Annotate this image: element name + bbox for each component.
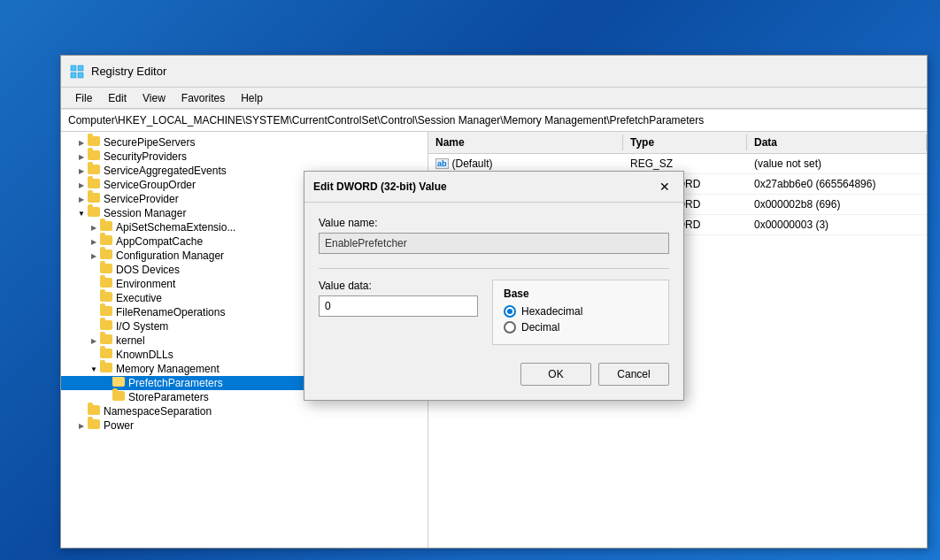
- address-bar: Computer\HKEY_LOCAL_MACHINE\SYSTEM\Curre…: [61, 109, 927, 132]
- tree-label: AppCompatCache: [116, 235, 203, 248]
- value-data-row: Value data: Base Hexadecimal Decimal: [319, 280, 669, 345]
- folder-icon: [100, 363, 112, 375]
- folder-icon: [112, 391, 125, 403]
- tree-label: ServiceGroupOrder: [104, 179, 196, 191]
- folder-icon: [88, 165, 100, 177]
- window-title: Registry Editor: [91, 65, 918, 78]
- folder-icon: [100, 249, 112, 262]
- menu-view[interactable]: View: [135, 90, 173, 106]
- chevron-icon: ▶: [75, 196, 88, 203]
- tree-label: FileRenameOperations: [116, 306, 225, 318]
- radio-hex-btn: [504, 305, 516, 318]
- folder-icon: [100, 292, 112, 304]
- tree-label: Configuration Manager: [116, 249, 224, 262]
- chevron-down-icon: ▼: [75, 210, 88, 218]
- value-data-section: Value data:: [319, 280, 478, 317]
- folder-icon: [100, 320, 112, 333]
- tree-label: PrefetchParameters: [128, 377, 223, 389]
- chevron-icon: ▶: [75, 181, 88, 189]
- svg-rect-0: [71, 65, 76, 71]
- edit-dword-dialog: Edit DWORD (32-bit) Value ✕ Value name: …: [304, 171, 684, 401]
- detail-cell-data: 0x00000003 (3): [747, 217, 927, 233]
- dialog-body: Value name: Value data: Base Hexadecimal: [304, 203, 683, 400]
- base-group: Base Hexadecimal Decimal: [492, 280, 669, 345]
- col-type: Type: [623, 134, 747, 150]
- folder-icon: [88, 150, 100, 163]
- folder-icon-selected: [112, 377, 125, 389]
- chevron-icon: ▶: [75, 422, 88, 430]
- chevron-down-icon: ▼: [88, 365, 100, 373]
- reg-value-name: (Default): [452, 157, 493, 170]
- dialog-buttons: OK Cancel: [319, 359, 669, 386]
- detail-cell-data: (value not set): [747, 156, 927, 172]
- menu-favorites[interactable]: Favorites: [174, 90, 232, 106]
- svg-rect-2: [71, 73, 76, 78]
- address-path: Computer\HKEY_LOCAL_MACHINE\SYSTEM\Curre…: [68, 114, 704, 127]
- folder-icon: [100, 235, 112, 248]
- tree-item-power[interactable]: ▶ Power: [61, 418, 428, 433]
- folder-icon: [100, 264, 112, 276]
- radio-hex-label: Hexadecimal: [521, 305, 582, 318]
- tree-label: Executive: [116, 292, 162, 304]
- detail-cell-type: REG_SZ: [623, 156, 747, 172]
- folder-icon: [100, 349, 112, 361]
- dialog-title: Edit DWORD (32-bit) Value: [313, 180, 447, 193]
- tree-label: Power: [104, 419, 134, 432]
- separator: [319, 268, 669, 269]
- radio-decimal[interactable]: Decimal: [504, 321, 658, 334]
- title-bar: Registry Editor: [61, 56, 927, 88]
- col-data: Data: [747, 134, 927, 150]
- value-data-label: Value data:: [319, 280, 478, 292]
- folder-icon: [88, 405, 100, 418]
- folder-icon: [88, 207, 100, 219]
- ok-button[interactable]: OK: [520, 363, 591, 386]
- menu-bar: File Edit View Favorites Help: [61, 88, 927, 109]
- value-data-input[interactable]: [319, 295, 478, 317]
- chevron-icon: ▶: [88, 252, 100, 260]
- tree-label: kernel: [116, 334, 145, 347]
- tree-label: ServiceProvider: [104, 193, 179, 205]
- tree-label: ServiceAggregatedEvents: [104, 165, 227, 177]
- app-icon: [70, 65, 84, 79]
- detail-cell-name: ab (Default): [428, 156, 623, 172]
- value-name-input[interactable]: [319, 233, 669, 254]
- folder-icon: [100, 334, 112, 347]
- tree-label: SecurePipeServers: [104, 136, 195, 149]
- menu-file[interactable]: File: [68, 90, 99, 106]
- dialog-title-bar: Edit DWORD (32-bit) Value ✕: [304, 172, 683, 203]
- folder-icon: [100, 221, 112, 234]
- dialog-close-button[interactable]: ✕: [655, 177, 674, 196]
- tree-label: StoreParameters: [128, 391, 209, 403]
- folder-icon: [88, 179, 100, 191]
- chevron-icon: ▶: [88, 337, 100, 345]
- tree-item-securityproviders[interactable]: ▶ SecurityProviders: [61, 150, 428, 164]
- folder-icon: [88, 193, 100, 205]
- detail-header: Name Type Data: [428, 132, 927, 154]
- menu-edit[interactable]: Edit: [101, 90, 134, 106]
- base-label: Base: [504, 288, 658, 300]
- detail-cell-data: 0x000002b8 (696): [747, 196, 927, 212]
- value-name-label: Value name:: [319, 217, 669, 229]
- chevron-icon: ▶: [88, 238, 100, 246]
- tree-label: Memory Management: [116, 363, 220, 375]
- tree-label: Environment: [116, 278, 175, 290]
- registry-editor-window: Registry Editor File Edit View Favorites…: [60, 55, 928, 548]
- tree-label: Session Manager: [104, 207, 186, 219]
- tree-label: ApiSetSchemaExtensio...: [116, 221, 235, 234]
- tree-item-namespaceseparation[interactable]: ▶ NamespaceSeparation: [61, 404, 428, 418]
- svg-rect-3: [78, 73, 83, 78]
- reg-sz-icon: ab: [435, 158, 449, 169]
- cancel-button[interactable]: Cancel: [598, 363, 669, 386]
- chevron-icon: ▶: [75, 139, 88, 147]
- chevron-icon: ▶: [75, 153, 88, 161]
- folder-icon: [100, 278, 112, 290]
- tree-label: DOS Devices: [116, 264, 180, 276]
- tree-label: SecurityProviders: [104, 150, 187, 163]
- chevron-icon: ▶: [88, 224, 100, 232]
- tree-item-securepipeservers[interactable]: ▶ SecurePipeServers: [61, 135, 428, 150]
- menu-help[interactable]: Help: [234, 90, 270, 106]
- radio-dec-label: Decimal: [521, 321, 559, 334]
- detail-cell-data: 0x27abb6e0 (665564896): [747, 176, 927, 192]
- folder-icon: [100, 306, 112, 318]
- radio-hexadecimal[interactable]: Hexadecimal: [504, 305, 658, 318]
